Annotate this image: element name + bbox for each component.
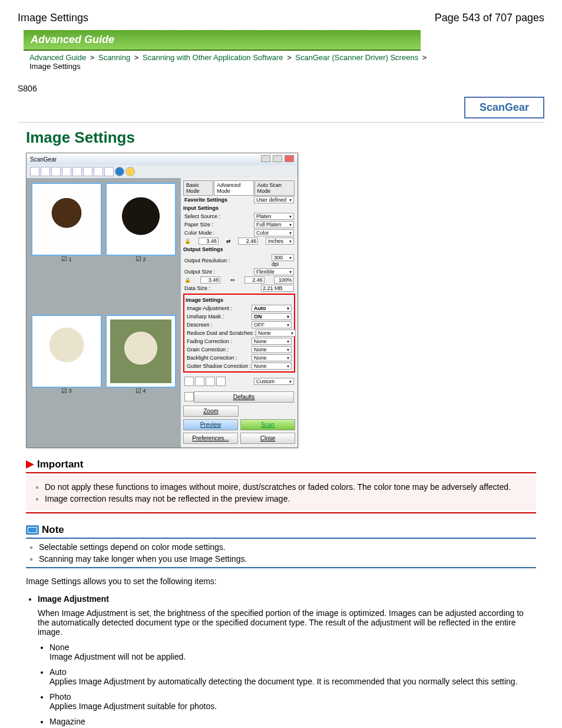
advanced-guide-banner: Advanced Guide <box>24 30 421 51</box>
divider <box>18 122 544 123</box>
output-size-select[interactable]: Flexible <box>254 268 294 275</box>
grain-correction-select[interactable]: None <box>252 346 292 353</box>
defaults-button[interactable]: Defaults <box>194 391 294 403</box>
tab-advanced-mode[interactable]: Advanced Mode <box>214 180 253 196</box>
thumbnail-1[interactable]: 1 <box>31 183 102 256</box>
term-auto: Auto <box>49 667 536 677</box>
paper-size-select[interactable]: Full Platen <box>254 221 294 228</box>
final-review-button[interactable] <box>184 392 194 401</box>
thumb-label: 4 <box>135 387 146 395</box>
scangear-brand-box: ScanGear <box>464 97 544 118</box>
input-height-field[interactable]: 2.46 <box>238 238 258 245</box>
desc-none: Image Adjustment will not be applied. <box>49 652 536 661</box>
output-resolution-select[interactable]: 300 <box>272 254 294 261</box>
preferences-button[interactable]: Preferences... <box>183 433 238 444</box>
tab-basic-mode[interactable]: Basic Mode <box>183 180 213 196</box>
toolbar-button[interactable] <box>72 167 82 176</box>
desc-image-adjustment: When Image Adjustment is set, the bright… <box>38 608 536 637</box>
fading-correction-label: Fading Correction : <box>187 338 232 344</box>
list-item: Auto Applies Image Adjustment by automat… <box>49 667 536 686</box>
brightness-button[interactable] <box>195 377 204 386</box>
thumb-label: 2 <box>135 255 146 263</box>
thumb-label: 3 <box>61 387 71 395</box>
toolbar-button[interactable] <box>30 167 39 176</box>
list-item: None Image Adjustment will not be applie… <box>49 643 536 661</box>
favorite-settings-label: Favorite Settings <box>184 197 227 203</box>
breadcrumb-link-scangear-screens[interactable]: ScanGear (Scanner Driver) Screens <box>295 53 418 62</box>
preview-button[interactable]: Preview <box>183 419 238 430</box>
minimize-icon[interactable] <box>261 155 270 162</box>
toolbar-button[interactable] <box>83 167 92 176</box>
tab-auto-scan-mode[interactable]: Auto Scan Mode <box>254 180 295 196</box>
color-mode-select[interactable]: Color <box>254 229 294 236</box>
lock-icon[interactable]: 🔒 <box>184 277 191 283</box>
desc-photo: Applies Image Adjustment suitable for ph… <box>49 701 536 711</box>
histogram-button[interactable] <box>206 377 215 386</box>
thumbnail-4[interactable]: 4 <box>105 315 176 388</box>
breadcrumb-link-other-app[interactable]: Scanning with Other Application Software <box>143 53 283 62</box>
output-width-field[interactable]: 3.48 <box>200 276 220 284</box>
input-width-field[interactable]: 3.48 <box>199 238 219 245</box>
thumbnail-3[interactable]: 3 <box>31 315 102 388</box>
lock-icon[interactable]: 🔒 <box>184 238 191 244</box>
output-settings-header: Output Settings <box>183 246 295 252</box>
breadcrumb-sep: > <box>90 53 95 62</box>
list-item: Photo Applies Image Adjustment suitable … <box>49 692 536 711</box>
data-size-value: 2.21 MB <box>261 285 294 292</box>
grain-correction-label: Grain Correction : <box>187 347 229 353</box>
breadcrumb-current: Image Settings <box>29 62 81 71</box>
toolbar-button[interactable] <box>62 167 71 176</box>
backlight-correction-label: Backlight Correction : <box>187 355 237 361</box>
output-height-field[interactable]: 2.46 <box>244 276 265 284</box>
zoom-button[interactable]: Zoom <box>183 406 239 417</box>
select-source-label: Select Source : <box>184 213 220 219</box>
input-settings-header: Input Settings <box>183 205 295 211</box>
reduce-dust-select[interactable]: None <box>256 330 296 337</box>
list-item: Image Adjustment When Image Adjustment i… <box>38 594 536 726</box>
scangear-window: ScanGear 1 2 3 4 Basic Mode Advanced Mod… <box>26 153 298 448</box>
breadcrumb: Advanced Guide > Scanning > Scanning wit… <box>18 51 544 73</box>
important-item: Do not apply these functions to images w… <box>45 481 530 493</box>
color-button[interactable] <box>184 377 194 386</box>
toolbar-button[interactable] <box>51 167 61 176</box>
breadcrumb-link-advanced-guide[interactable]: Advanced Guide <box>29 53 86 62</box>
important-notice: Important Do not apply these functions t… <box>26 459 536 513</box>
thumb-label: 1 <box>61 255 71 263</box>
breadcrumb-sep: > <box>287 53 292 62</box>
info-icon[interactable] <box>115 167 124 176</box>
custom-select[interactable]: Custom <box>254 378 294 385</box>
doc-id: S806 <box>18 84 544 93</box>
units-select[interactable]: inches <box>266 238 294 245</box>
thumbnail-2[interactable]: 2 <box>105 183 176 256</box>
image-adjustment-select[interactable]: Auto <box>252 305 292 312</box>
toolbar-button[interactable] <box>104 167 114 176</box>
select-source-select[interactable]: Platen <box>254 213 294 220</box>
toolbar-button[interactable] <box>94 167 103 176</box>
note-icon <box>26 525 39 535</box>
breadcrumb-link-scanning[interactable]: Scanning <box>98 53 130 62</box>
tone-curve-button[interactable] <box>216 377 226 386</box>
paper-size-label: Paper Size : <box>184 222 213 228</box>
backlight-correction-select[interactable]: None <box>252 354 292 361</box>
gutter-shadow-select[interactable]: None <box>252 363 292 370</box>
close-icon[interactable] <box>285 155 294 162</box>
window-buttons <box>260 155 294 163</box>
scan-button[interactable]: Scan <box>240 419 295 430</box>
maximize-icon[interactable] <box>273 155 282 162</box>
close-button[interactable]: Close <box>240 433 295 444</box>
term-none: None <box>49 643 536 652</box>
window-titlebar: ScanGear <box>27 153 297 165</box>
breadcrumb-sep: > <box>422 53 427 62</box>
descreen-select[interactable]: OFF <box>252 321 292 328</box>
help-icon[interactable] <box>125 167 135 176</box>
favorite-settings-select[interactable]: User defined <box>254 196 294 203</box>
fading-correction-select[interactable]: None <box>252 338 292 345</box>
unsharp-mask-select[interactable]: ON <box>252 313 292 320</box>
image-adjustment-label: Image Adjustment : <box>187 305 232 311</box>
gutter-shadow-label: Gutter Shadow Correction : <box>187 363 251 369</box>
important-item: Image correction results may not be refl… <box>45 493 530 505</box>
swap-icon[interactable]: ⇄ <box>226 238 231 244</box>
toolbar-button[interactable] <box>41 167 50 176</box>
output-percent-field[interactable]: 100% <box>274 276 294 284</box>
link-icon[interactable]: ⇔ <box>230 277 235 283</box>
